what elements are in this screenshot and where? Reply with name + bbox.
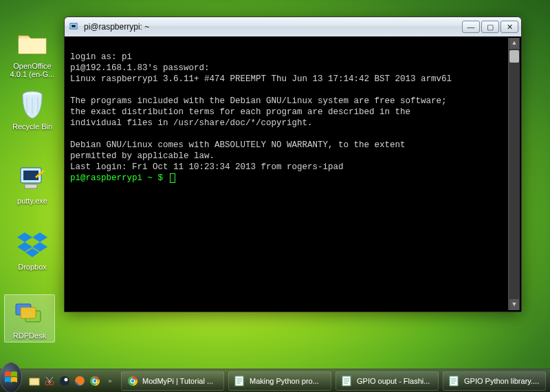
terminal-line: The programs included with the Debian GN…: [70, 96, 447, 106]
terminal-line: Linux raspberrypi 3.6.11+ #474 PREEMPT T…: [70, 74, 452, 84]
taskbar-button-gpio-out[interactable]: GPIO ouput - Flashi...: [336, 371, 439, 391]
svg-rect-8: [72, 25, 76, 28]
taskbar-button-label: Making Python pro...: [250, 377, 319, 385]
taskbar-button-label: GPIO ouput - Flashi...: [357, 377, 430, 385]
terminal-line: pi@192.168.1.83's password:: [70, 63, 210, 73]
page-icon: [449, 375, 460, 386]
terminal-window[interactable]: pi@raspberrypi: ~ — ▢ ✕ login as: pi pi@…: [64, 17, 522, 312]
terminal-line: permitted by applicable law.: [70, 151, 214, 161]
ql-explorer[interactable]: [28, 373, 41, 389]
chrome-icon: [127, 375, 138, 386]
taskbar-button-modmypi[interactable]: ModMyPi | Tutorial ...: [121, 371, 224, 391]
quick-launch: »: [28, 373, 117, 389]
terminal-body[interactable]: login as: pi pi@192.168.1.83's password:…: [65, 36, 521, 312]
svg-rect-3: [25, 184, 37, 188]
scroll-up-icon[interactable]: ▲: [509, 38, 519, 49]
svg-rect-6: [21, 307, 36, 318]
rdp-icon: [13, 297, 46, 330]
terminal-line: Debian GNU/Linux comes with ABSOLUTELY N…: [70, 140, 406, 150]
dropbox-icon: [16, 228, 49, 261]
close-button[interactable]: ✕: [500, 21, 518, 33]
ql-expand[interactable]: »: [103, 373, 117, 389]
svg-point-14: [65, 378, 68, 381]
desktop-icon-openoffice[interactable]: OpenOffice 4.0.1 (en-G...: [7, 28, 58, 78]
putty-icon: [69, 21, 80, 32]
ql-steam[interactable]: [58, 373, 72, 389]
svg-point-21: [131, 379, 134, 382]
taskbar-button-gpio-lib[interactable]: GPIO Python library....: [443, 371, 546, 391]
scroll-down-icon[interactable]: ▼: [509, 299, 519, 310]
terminal-line: Last login: Fri Oct 11 10:23:34 2013 fro…: [70, 162, 344, 172]
terminal-line: individual files in /usr/share/doc/*/cop…: [70, 118, 313, 128]
ql-firefox[interactable]: [73, 373, 87, 389]
trash-icon: [16, 88, 49, 121]
terminal-line: the exact distribution terms for each pr…: [70, 107, 410, 117]
firefox-icon: [74, 375, 85, 386]
taskbar-button-python[interactable]: Making Python pro...: [228, 371, 331, 391]
start-button[interactable]: [0, 362, 22, 393]
icon-label: OpenOffice 4.0.1 (en-G...: [7, 62, 58, 78]
folder-icon: [16, 28, 49, 61]
terminal-line: login as: pi: [70, 52, 132, 62]
windows-logo-icon: [2, 369, 20, 386]
steam-icon: [59, 375, 70, 386]
titlebar[interactable]: pi@raspberrypi: ~ — ▢ ✕: [65, 17, 521, 36]
minimize-button[interactable]: —: [462, 21, 480, 33]
maximize-button[interactable]: ▢: [481, 21, 499, 33]
desktop-icon-recyclebin[interactable]: Recycle Bin: [7, 88, 58, 131]
scrollbar[interactable]: ▲ ▼: [508, 38, 520, 310]
scroll-thumb[interactable]: [509, 50, 519, 63]
desktop-icon-dropbox[interactable]: Dropbox: [7, 228, 58, 271]
ql-scissors[interactable]: [43, 373, 56, 389]
taskbar-button-label: ModMyPi | Tutorial ...: [142, 377, 213, 385]
icon-label: Recycle Bin: [7, 122, 58, 131]
ql-chrome[interactable]: [88, 373, 102, 389]
chrome-icon: [89, 375, 100, 386]
desktop-icon-putty[interactable]: putty.exe: [7, 162, 58, 205]
svg-rect-10: [30, 378, 39, 385]
svg-point-18: [94, 379, 96, 382]
window-title: pi@raspberrypi: ~: [84, 22, 461, 32]
explorer-icon: [29, 375, 40, 386]
svg-rect-2: [23, 171, 38, 180]
putty-icon: [16, 162, 49, 195]
terminal-prompt: pi@raspberrypi ~ $: [70, 173, 168, 183]
scissors-icon: [44, 375, 55, 386]
icon-label: RDPDesk: [7, 331, 52, 340]
svg-point-13: [60, 376, 69, 386]
icon-label: putty.exe: [7, 197, 58, 205]
chevron-right-icon: »: [108, 378, 111, 384]
icon-label: Dropbox: [7, 263, 58, 271]
page-icon: [234, 375, 245, 386]
page-icon: [342, 375, 353, 386]
desktop-icon-rdpdesk[interactable]: RDPDesk: [4, 294, 55, 342]
taskbar-button-label: GPIO Python library....: [464, 377, 539, 385]
cursor-icon: [170, 173, 175, 183]
taskbar[interactable]: » ModMyPi | Tutorial ... Making Python p…: [0, 369, 550, 392]
